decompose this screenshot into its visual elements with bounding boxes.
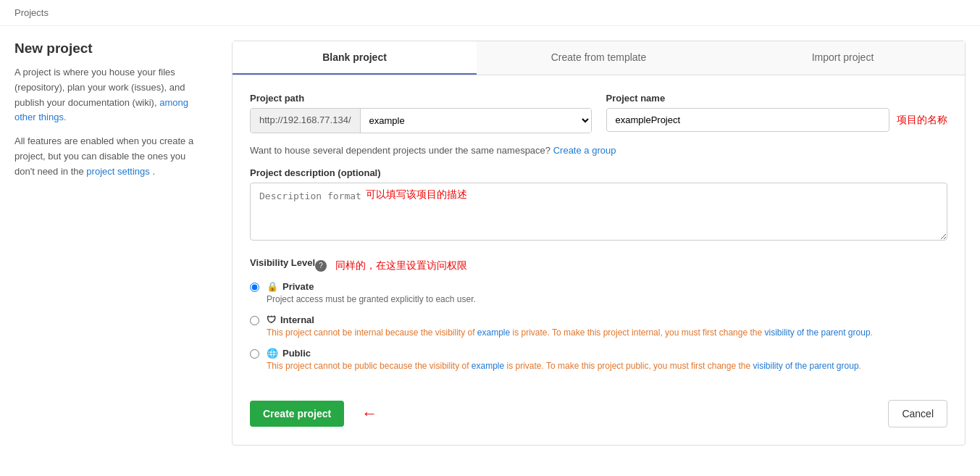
namespace-hint: Want to house several dependent projects… — [250, 145, 947, 156]
form-actions: Create project ← Cancel — [250, 388, 947, 427]
shield-icon — [267, 314, 276, 325]
description-group: Project description (optional) 可以填写该项目的描… — [250, 167, 947, 243]
description-label: Project description (optional) — [250, 167, 947, 178]
project-name-group: Project name 项目的名称 — [606, 93, 948, 133]
project-name-input[interactable] — [606, 108, 890, 132]
project-name-label: Project name — [606, 93, 948, 104]
breadcrumb-label: Projects — [14, 7, 49, 18]
form-actions-left: Create project ← — [250, 401, 377, 427]
project-path-group: Project path http://192.168.77.134/ exam… — [250, 93, 592, 133]
internal-example-link[interactable]: example — [477, 327, 510, 338]
visibility-public-radio[interactable] — [250, 349, 259, 359]
visibility-internal-desc: This project cannot be internal because … — [267, 327, 873, 338]
create-project-button[interactable]: Create project — [250, 401, 344, 427]
visibility-annotation: 同样的，在这里设置访问权限 — [335, 259, 467, 272]
path-namespace-select[interactable]: example — [361, 109, 591, 133]
visibility-help-icon[interactable]: ? — [315, 260, 327, 272]
project-path-label: Project path — [250, 93, 592, 104]
visibility-public-content: Public This project cannot be public bec… — [267, 348, 861, 371]
project-name-annotation: 项目的名称 — [897, 114, 947, 127]
path-input-group: http://192.168.77.134/ example — [250, 108, 592, 133]
visibility-public-option: Public This project cannot be public bec… — [250, 348, 947, 371]
visibility-internal-content: Internal This project cannot be internal… — [267, 314, 873, 338]
visibility-private-title: Private — [267, 281, 476, 292]
visibility-label: Visibility Level — [250, 257, 315, 268]
breadcrumb: Projects — [0, 0, 980, 26]
globe-icon — [267, 348, 278, 359]
form-area: Project path http://192.168.77.134/ exam… — [233, 75, 965, 445]
description-input[interactable] — [250, 183, 947, 241]
cancel-button[interactable]: Cancel — [888, 400, 947, 427]
arrow-annotation: ← — [361, 404, 377, 423]
tab-blank-project[interactable]: Blank project — [233, 41, 477, 75]
visibility-private-option: Private Project access must be granted e… — [250, 281, 947, 304]
visibility-section: Visibility Level ? 同样的，在这里设置访问权限 Private… — [250, 257, 947, 371]
visibility-public-title: Public — [267, 348, 861, 359]
public-parent-link[interactable]: visibility of the parent group — [753, 361, 858, 371]
tab-import-project[interactable]: Import project — [721, 41, 965, 75]
lock-icon — [267, 281, 278, 292]
internal-parent-link[interactable]: visibility of the parent group — [764, 327, 870, 338]
description-wrapper: 可以填写该项目的描述 — [250, 183, 947, 243]
path-name-row: Project path http://192.168.77.134/ exam… — [250, 93, 947, 133]
visibility-internal-radio[interactable] — [250, 316, 259, 325]
sidebar: New project A project is where you house… — [14, 41, 203, 446]
sidebar-para2: All features are enabled when you create… — [14, 134, 203, 179]
visibility-private-content: Private Project access must be granted e… — [267, 281, 476, 304]
path-prefix: http://192.168.77.134/ — [251, 109, 361, 133]
visibility-internal-option: Internal This project cannot be internal… — [250, 314, 947, 338]
public-example-link[interactable]: example — [472, 361, 504, 371]
tab-create-from-template[interactable]: Create from template — [477, 41, 721, 75]
tab-bar: Blank project Create from template Impor… — [233, 41, 965, 75]
visibility-header-row: Visibility Level ? 同样的，在这里设置访问权限 — [250, 257, 947, 274]
visibility-internal-title: Internal — [267, 314, 873, 325]
create-group-link[interactable]: Create a group — [553, 145, 616, 156]
sidebar-para1: A project is where you house your files … — [14, 65, 203, 125]
visibility-public-desc: This project cannot be public because th… — [267, 361, 861, 371]
page-title: New project — [14, 41, 203, 57]
path-select-wrapper[interactable]: example — [361, 109, 591, 133]
visibility-private-radio[interactable] — [250, 283, 259, 292]
visibility-private-desc: Project access must be granted explicitl… — [267, 294, 476, 304]
main-content: Blank project Create from template Impor… — [232, 41, 966, 446]
sidebar-link-project-settings[interactable]: project settings — [86, 166, 149, 177]
